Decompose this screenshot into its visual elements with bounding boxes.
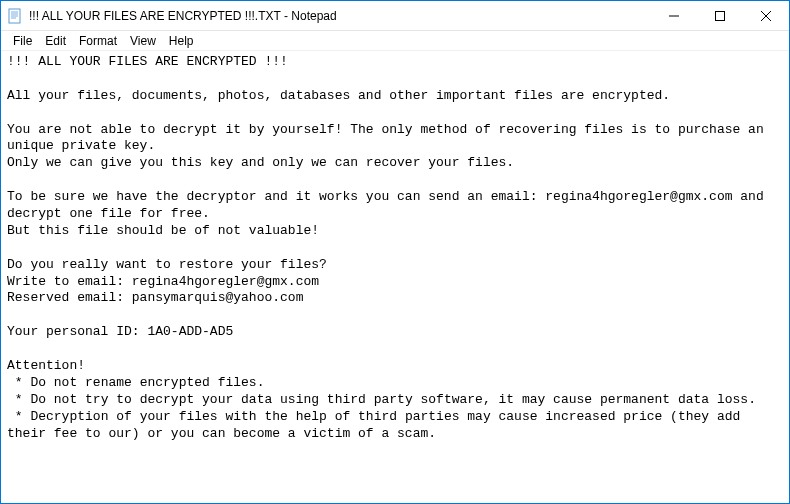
menubar: File Edit Format View Help [1, 31, 789, 51]
close-button[interactable] [743, 1, 789, 31]
menu-help[interactable]: Help [163, 33, 200, 49]
titlebar: !!! ALL YOUR FILES ARE ENCRYPTED !!!.TXT… [1, 1, 789, 31]
svg-rect-6 [716, 11, 725, 20]
notepad-icon [7, 8, 23, 24]
text-area[interactable]: !!! ALL YOUR FILES ARE ENCRYPTED !!! All… [1, 51, 789, 503]
window-controls [651, 1, 789, 31]
menu-view[interactable]: View [124, 33, 162, 49]
menu-format[interactable]: Format [73, 33, 123, 49]
maximize-button[interactable] [697, 1, 743, 31]
window-title: !!! ALL YOUR FILES ARE ENCRYPTED !!!.TXT… [29, 9, 651, 23]
menu-edit[interactable]: Edit [39, 33, 72, 49]
minimize-button[interactable] [651, 1, 697, 31]
menu-file[interactable]: File [7, 33, 38, 49]
